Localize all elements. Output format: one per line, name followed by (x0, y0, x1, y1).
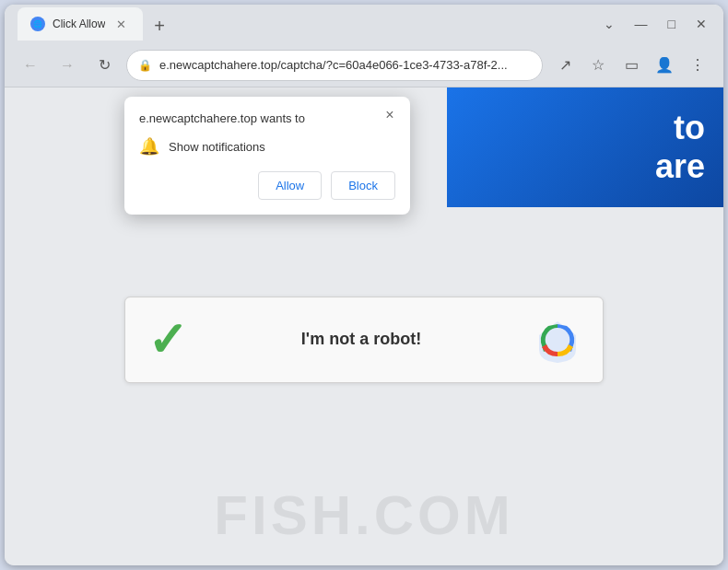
tab-favicon: 🌐 (30, 17, 45, 31)
popup-permission-text: Show notifications (169, 140, 265, 154)
title-bar: 🌐 Click Allow ✕ + ⌄ — □ ✕ (5, 5, 723, 43)
nav-bar: ← → ↻ 🔒 e.newcaptchahere.top/captcha/?c=… (5, 43, 723, 87)
banner-text-are: are (655, 147, 705, 186)
minimize-button[interactable]: — (628, 13, 655, 35)
active-tab[interactable]: 🌐 Click Allow ✕ (18, 7, 143, 41)
refresh-button[interactable]: ↻ (89, 51, 119, 80)
address-bar[interactable]: 🔒 e.newcaptchahere.top/captcha/?c=60a4e0… (126, 50, 543, 81)
window-controls: ⌄ — □ ✕ (596, 13, 714, 35)
captcha-label: I'm not a robot! (206, 330, 516, 349)
banner-text-to: to (674, 109, 705, 147)
nav-actions: ↗ ☆ ▭ 👤 ⋮ (550, 51, 712, 80)
recaptcha-logo (534, 317, 581, 363)
forward-button[interactable]: → (53, 51, 82, 80)
url-text: e.newcaptchahere.top/captcha/?c=60a4e066… (159, 58, 531, 72)
tab-close-button[interactable]: ✕ (112, 16, 130, 33)
bookmark-button[interactable]: ☆ (583, 51, 613, 80)
sidebar-button[interactable]: ▭ (616, 51, 646, 80)
maximize-button[interactable]: □ (661, 13, 683, 35)
menu-button[interactable]: ⋮ (683, 51, 712, 80)
checkmark-icon: ✓ (147, 316, 188, 364)
popup-buttons: Allow Block (139, 171, 395, 200)
notification-popup: × e.newcaptchahere.top wants to 🔔 Show n… (124, 97, 410, 215)
chevron-down-button[interactable]: ⌄ (596, 13, 622, 35)
recaptcha-icon (534, 317, 581, 363)
close-button[interactable]: ✕ (688, 13, 714, 35)
captcha-container: ✓ I'm not a robot! (124, 297, 604, 383)
watermark-text: FISH.COM (214, 483, 513, 547)
bell-icon: 🔔 (139, 136, 159, 157)
popup-permission-row: 🔔 Show notifications (139, 136, 395, 157)
block-button[interactable]: Block (331, 171, 395, 200)
popup-site-text: e.newcaptchahere.top wants to (139, 111, 395, 125)
lock-icon: 🔒 (138, 59, 152, 72)
share-button[interactable]: ↗ (550, 51, 580, 80)
allow-button[interactable]: Allow (258, 171, 322, 200)
blue-banner: to are (447, 87, 723, 207)
page-content: to are FISH.COM ✓ I'm not a robot! (5, 87, 723, 565)
captcha-box[interactable]: ✓ I'm not a robot! (124, 297, 604, 383)
profile-button[interactable]: 👤 (650, 51, 679, 80)
new-tab-button[interactable]: + (147, 12, 172, 41)
browser-window: 🌐 Click Allow ✕ + ⌄ — □ ✕ ← → ↻ 🔒 e.newc… (5, 5, 723, 565)
tab-bar: 🌐 Click Allow ✕ + (14, 7, 589, 41)
popup-close-button[interactable]: × (379, 104, 401, 126)
tab-title: Click Allow (53, 17, 105, 30)
back-button[interactable]: ← (16, 51, 45, 80)
